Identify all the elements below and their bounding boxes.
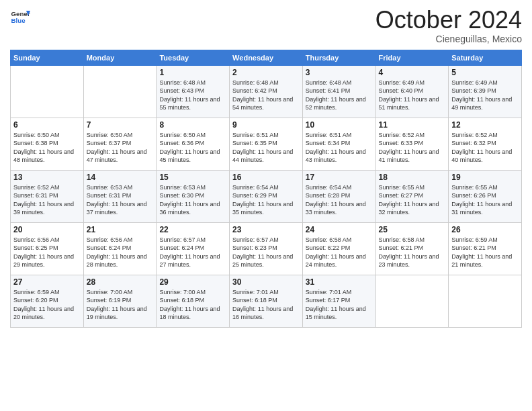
cell-0-1 [83, 65, 157, 118]
cell-4-1: 28 Sunrise: 7:00 AMSunset: 6:19 PMDaylig… [83, 275, 157, 327]
week-row-2: 6 Sunrise: 6:50 AMSunset: 6:38 PMDayligh… [11, 118, 522, 170]
cell-4-4: 31 Sunrise: 7:01 AMSunset: 6:17 PMDaylig… [302, 275, 375, 327]
day-number: 31 [306, 277, 373, 287]
cell-2-3: 16 Sunrise: 6:54 AMSunset: 6:29 PMDaylig… [230, 170, 303, 222]
day-info: Sunrise: 6:51 AMSunset: 6:35 PMDaylight:… [232, 132, 293, 164]
cell-2-4: 17 Sunrise: 6:54 AMSunset: 6:28 PMDaylig… [302, 170, 375, 222]
cell-3-0: 20 Sunrise: 6:56 AMSunset: 6:25 PMDaylig… [11, 222, 84, 275]
day-number: 6 [13, 120, 81, 130]
day-number: 11 [379, 120, 446, 130]
day-info: Sunrise: 6:53 AMSunset: 6:30 PMDaylight:… [159, 184, 220, 216]
day-number: 8 [159, 120, 226, 130]
logo-icon: General Blue [10, 7, 30, 27]
cell-4-0: 27 Sunrise: 6:59 AMSunset: 6:20 PMDaylig… [11, 275, 84, 327]
cell-4-3: 30 Sunrise: 7:01 AMSunset: 6:18 PMDaylig… [230, 275, 303, 327]
day-number: 26 [451, 225, 519, 234]
cell-2-6: 19 Sunrise: 6:55 AMSunset: 6:26 PMDaylig… [449, 170, 522, 222]
header-tuesday: Tuesday [157, 50, 230, 65]
day-info: Sunrise: 6:59 AMSunset: 6:21 PMDaylight:… [451, 236, 512, 269]
day-number: 29 [159, 277, 226, 287]
day-info: Sunrise: 6:49 AMSunset: 6:39 PMDaylight:… [451, 79, 512, 111]
day-info: Sunrise: 6:59 AMSunset: 6:20 PMDaylight:… [13, 289, 74, 321]
day-number: 1 [159, 68, 226, 77]
cell-0-5: 4 Sunrise: 6:49 AMSunset: 6:40 PMDayligh… [375, 65, 449, 118]
day-info: Sunrise: 6:55 AMSunset: 6:27 PMDaylight:… [379, 184, 439, 216]
day-number: 18 [379, 173, 446, 182]
cell-2-1: 14 Sunrise: 6:53 AMSunset: 6:31 PMDaylig… [83, 170, 157, 222]
cell-3-6: 26 Sunrise: 6:59 AMSunset: 6:21 PMDaylig… [449, 222, 522, 275]
cell-1-0: 6 Sunrise: 6:50 AMSunset: 6:38 PMDayligh… [11, 118, 84, 170]
day-number: 4 [379, 68, 446, 77]
day-number: 14 [87, 173, 154, 182]
week-row-5: 27 Sunrise: 6:59 AMSunset: 6:20 PMDaylig… [11, 275, 522, 327]
cell-4-2: 29 Sunrise: 7:00 AMSunset: 6:18 PMDaylig… [157, 275, 230, 327]
day-info: Sunrise: 6:57 AMSunset: 6:23 PMDaylight:… [232, 236, 293, 269]
cell-3-3: 23 Sunrise: 6:57 AMSunset: 6:23 PMDaylig… [230, 222, 303, 275]
day-info: Sunrise: 6:48 AMSunset: 6:42 PMDaylight:… [232, 79, 293, 111]
day-number: 3 [306, 68, 373, 77]
cell-1-4: 10 Sunrise: 6:51 AMSunset: 6:34 PMDaylig… [302, 118, 375, 170]
day-info: Sunrise: 6:58 AMSunset: 6:22 PMDaylight:… [306, 236, 366, 269]
day-number: 21 [87, 225, 154, 234]
header-thursday: Thursday [302, 50, 375, 65]
day-number: 12 [451, 120, 519, 130]
day-number: 5 [451, 68, 519, 77]
cell-2-5: 18 Sunrise: 6:55 AMSunset: 6:27 PMDaylig… [375, 170, 449, 222]
cell-0-2: 1 Sunrise: 6:48 AMSunset: 6:43 PMDayligh… [157, 65, 230, 118]
day-info: Sunrise: 6:56 AMSunset: 6:25 PMDaylight:… [13, 236, 74, 269]
day-info: Sunrise: 6:58 AMSunset: 6:21 PMDaylight:… [379, 236, 439, 269]
cell-1-2: 8 Sunrise: 6:50 AMSunset: 6:36 PMDayligh… [157, 118, 230, 170]
cell-1-5: 11 Sunrise: 6:52 AMSunset: 6:33 PMDaylig… [375, 118, 449, 170]
cell-1-1: 7 Sunrise: 6:50 AMSunset: 6:37 PMDayligh… [83, 118, 157, 170]
day-number: 30 [232, 277, 300, 287]
day-info: Sunrise: 6:52 AMSunset: 6:32 PMDaylight:… [451, 132, 512, 164]
header-saturday: Saturday [449, 50, 522, 65]
cell-2-0: 13 Sunrise: 6:52 AMSunset: 6:31 PMDaylig… [11, 170, 84, 222]
cell-0-3: 2 Sunrise: 6:48 AMSunset: 6:42 PMDayligh… [230, 65, 303, 118]
day-number: 22 [159, 225, 226, 234]
header-monday: Monday [83, 50, 157, 65]
header-wednesday: Wednesday [230, 50, 303, 65]
location-subtitle: Cieneguillas, Mexico [375, 34, 522, 44]
day-number: 2 [232, 68, 300, 77]
week-row-4: 20 Sunrise: 6:56 AMSunset: 6:25 PMDaylig… [11, 222, 522, 275]
day-info: Sunrise: 6:50 AMSunset: 6:37 PMDaylight:… [87, 132, 147, 164]
cell-3-5: 25 Sunrise: 6:58 AMSunset: 6:21 PMDaylig… [375, 222, 449, 275]
cell-4-6 [449, 275, 522, 327]
day-info: Sunrise: 6:51 AMSunset: 6:34 PMDaylight:… [306, 132, 366, 164]
day-info: Sunrise: 6:56 AMSunset: 6:24 PMDaylight:… [87, 236, 147, 269]
weekday-header-row: Sunday Monday Tuesday Wednesday Thursday… [11, 50, 522, 65]
cell-1-3: 9 Sunrise: 6:51 AMSunset: 6:35 PMDayligh… [230, 118, 303, 170]
day-number: 17 [306, 173, 373, 182]
header: General Blue October 2024 Cieneguillas, … [10, 7, 522, 44]
calendar-page: General Blue October 2024 Cieneguillas, … [0, 0, 532, 411]
day-info: Sunrise: 7:01 AMSunset: 6:18 PMDaylight:… [232, 289, 293, 321]
day-info: Sunrise: 6:52 AMSunset: 6:31 PMDaylight:… [13, 184, 74, 216]
cell-3-1: 21 Sunrise: 6:56 AMSunset: 6:24 PMDaylig… [83, 222, 157, 275]
day-info: Sunrise: 7:00 AMSunset: 6:18 PMDaylight:… [159, 289, 220, 321]
day-number: 10 [306, 120, 373, 130]
svg-text:Blue: Blue [11, 17, 26, 24]
day-number: 15 [159, 173, 226, 182]
day-number: 25 [379, 225, 446, 234]
day-info: Sunrise: 6:53 AMSunset: 6:31 PMDaylight:… [87, 184, 147, 216]
day-info: Sunrise: 6:48 AMSunset: 6:41 PMDaylight:… [306, 79, 366, 111]
day-info: Sunrise: 7:01 AMSunset: 6:17 PMDaylight:… [306, 289, 366, 321]
day-info: Sunrise: 7:00 AMSunset: 6:19 PMDaylight:… [87, 289, 147, 321]
day-number: 9 [232, 120, 300, 130]
day-number: 7 [87, 120, 154, 130]
day-number: 16 [232, 173, 300, 182]
day-info: Sunrise: 6:57 AMSunset: 6:24 PMDaylight:… [159, 236, 220, 269]
day-number: 20 [13, 225, 81, 234]
day-number: 28 [87, 277, 154, 287]
week-row-1: 1 Sunrise: 6:48 AMSunset: 6:43 PMDayligh… [11, 65, 522, 118]
calendar-table: Sunday Monday Tuesday Wednesday Thursday… [10, 50, 522, 328]
day-number: 13 [13, 173, 81, 182]
day-number: 19 [451, 173, 519, 182]
cell-4-5 [375, 275, 449, 327]
day-info: Sunrise: 6:55 AMSunset: 6:26 PMDaylight:… [451, 184, 512, 216]
logo: General Blue [10, 7, 30, 27]
cell-0-4: 3 Sunrise: 6:48 AMSunset: 6:41 PMDayligh… [302, 65, 375, 118]
cell-1-6: 12 Sunrise: 6:52 AMSunset: 6:32 PMDaylig… [449, 118, 522, 170]
header-sunday: Sunday [11, 50, 84, 65]
